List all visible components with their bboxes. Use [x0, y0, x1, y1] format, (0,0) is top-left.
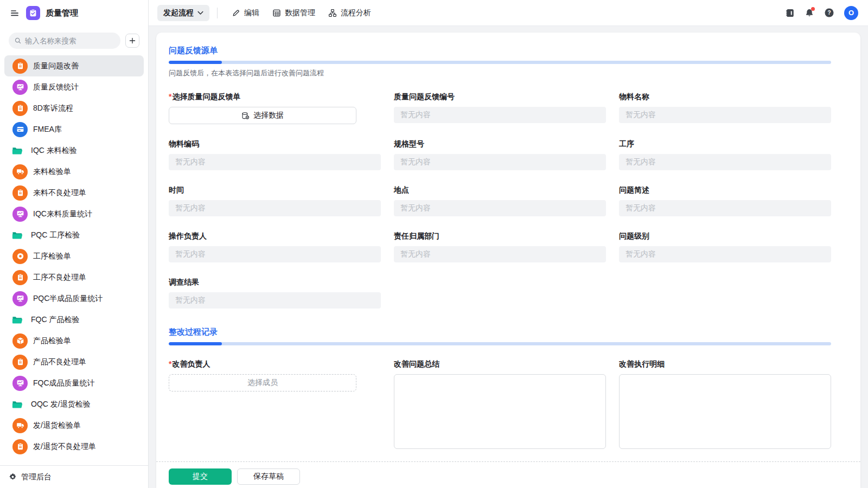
- form-field: 质量问题反馈编号暂无内容: [394, 91, 606, 124]
- sidebar-item[interactable]: 工序检验单: [4, 246, 144, 267]
- field-label: 工序: [619, 138, 831, 149]
- chevron-down-icon: [197, 11, 203, 15]
- notifications-bell-icon[interactable]: [805, 8, 814, 18]
- help-icon[interactable]: ?: [824, 8, 834, 18]
- sidebar-item-label: 质量问题改善: [33, 61, 79, 71]
- topbar-right: ? O: [785, 6, 858, 20]
- field-label: *选择质量问题反馈单: [169, 91, 381, 102]
- gear-icon: [9, 473, 17, 481]
- flowchart-icon: [328, 9, 337, 17]
- sidebar-item[interactable]: 工序不良处理单: [4, 267, 144, 288]
- form-field: 时间暂无内容: [169, 184, 381, 216]
- monitor-chart-icon: [12, 207, 28, 222]
- sidebar-item[interactable]: PQC半成品质量统计: [4, 288, 144, 309]
- submit-button[interactable]: 提交: [169, 468, 232, 485]
- edit-button[interactable]: 编辑: [225, 5, 266, 21]
- sidebar-item-label: FQC成品质量统计: [33, 378, 95, 388]
- monitor-chart-icon: [12, 376, 28, 391]
- field-label: 问题简述: [619, 184, 831, 195]
- journal-panel-icon[interactable]: [785, 8, 795, 18]
- readonly-input: 暂无内容: [169, 292, 381, 309]
- clipboard-icon: [12, 270, 28, 285]
- sidebar-item-label: IQC来料质量统计: [33, 209, 92, 219]
- folder-icon: [12, 231, 23, 240]
- form-field: *改善负责人选择成员: [169, 358, 381, 451]
- field-label: 操作负责人: [169, 230, 381, 241]
- search-icon: [14, 37, 22, 44]
- sidebar-item-label: 产品检验单: [33, 336, 71, 346]
- readonly-input: 暂无内容: [394, 154, 606, 170]
- field-label: 责任归属部门: [394, 230, 606, 241]
- pencil-icon: [232, 9, 240, 17]
- data-management-button[interactable]: 数据管理: [266, 5, 322, 21]
- folder-icon: [12, 400, 23, 409]
- main-area: 发起流程 编辑 数据管理: [149, 0, 868, 488]
- form-footer: 提交 保存草稿: [156, 461, 860, 488]
- form-field: 物料编码暂无内容: [169, 138, 381, 170]
- notification-badge: [811, 7, 815, 11]
- readonly-input: 暂无内容: [169, 154, 381, 170]
- flow-analysis-button[interactable]: 流程分析: [322, 5, 378, 21]
- sidebar-group[interactable]: OQC 发/退货检验: [4, 394, 144, 415]
- sidebar-item[interactable]: FMEA库: [4, 119, 144, 140]
- select-member-button[interactable]: 选择成员: [169, 374, 356, 391]
- sidebar-group[interactable]: IQC 来料检验: [4, 140, 144, 161]
- gear-donut-icon: [12, 249, 28, 264]
- textarea-input[interactable]: [394, 374, 606, 449]
- sidebar-item[interactable]: 产品检验单: [4, 330, 144, 351]
- field-label: 时间: [169, 184, 381, 195]
- user-avatar[interactable]: O: [844, 6, 858, 20]
- sidebar-item-label: 工序检验单: [33, 252, 71, 261]
- menu-toggle-icon[interactable]: [9, 7, 21, 19]
- sidebar-item[interactable]: 产品不良处理单: [4, 351, 144, 373]
- form-section: 问题反馈源单问题反馈后，在本表选择问题后进行改善问题流程*选择质量问题反馈单选择…: [169, 46, 831, 309]
- toolbar-divider: [217, 8, 218, 18]
- sidebar-item[interactable]: 来料不良处理单: [4, 182, 144, 203]
- form-card: 问题反馈源单问题反馈后，在本表选择问题后进行改善问题流程*选择质量问题反馈单选择…: [156, 33, 860, 488]
- clipboard-icon: [12, 59, 28, 74]
- form-field: 地点暂无内容: [394, 184, 606, 216]
- sidebar-group[interactable]: FQC 产品检验: [4, 309, 144, 330]
- search-input[interactable]: [9, 33, 120, 49]
- sidebar-item[interactable]: 发/退货检验单: [4, 415, 144, 436]
- sidebar: 质量管理 质量问题改善质量反馈统计8D客诉流程FMEA库IQC 来料检验来料检验…: [0, 0, 149, 488]
- field-label: 调查结果: [169, 277, 381, 287]
- sidebar-item[interactable]: 质量问题改善: [4, 55, 144, 76]
- form-field: 改善执行明细: [619, 358, 831, 451]
- sidebar-search-row: [0, 26, 148, 54]
- sidebar-item[interactable]: FQC成品质量统计: [4, 373, 144, 394]
- field-label: 物料名称: [619, 91, 831, 102]
- add-button[interactable]: [125, 34, 139, 48]
- sidebar-item[interactable]: 8D客诉流程: [4, 98, 144, 119]
- field-label: 改善执行明细: [619, 358, 831, 369]
- admin-backend-link[interactable]: 管理后台: [0, 465, 148, 488]
- readonly-input: 暂无内容: [394, 200, 606, 216]
- sidebar-item[interactable]: IQC来料质量统计: [4, 203, 144, 224]
- sidebar-item[interactable]: 来料检验单: [4, 161, 144, 182]
- select-data-button[interactable]: 选择数据: [169, 107, 356, 124]
- save-draft-button[interactable]: 保存草稿: [237, 468, 300, 485]
- sidebar-item[interactable]: 质量反馈统计: [4, 76, 144, 98]
- section-description: 问题反馈后，在本表选择问题后进行改善问题流程: [169, 68, 831, 78]
- sidebar-item-label: 发/退货不良处理单: [33, 442, 96, 452]
- table-icon: [272, 9, 281, 17]
- sidebar-item-label: PQC 工序检验: [31, 230, 80, 240]
- section-progress-bar: [169, 61, 831, 64]
- textarea-input[interactable]: [619, 374, 831, 449]
- section-title: 问题反馈源单: [169, 46, 831, 56]
- sidebar-item[interactable]: 发/退货不良处理单: [4, 436, 144, 457]
- sidebar-item-label: 来料检验单: [33, 167, 71, 177]
- start-flow-button[interactable]: 发起流程: [157, 5, 209, 21]
- form-field: 改善问题总结: [394, 358, 606, 451]
- section-progress-fill: [169, 342, 222, 345]
- svg-text:?: ?: [827, 10, 831, 16]
- search-field[interactable]: [25, 37, 115, 45]
- field-grid: *选择质量问题反馈单选择数据质量问题反馈编号暂无内容物料名称暂无内容物料编码暂无…: [169, 91, 831, 309]
- topbar-left: 发起流程 编辑 数据管理: [157, 5, 378, 21]
- package-icon: [12, 333, 28, 349]
- monitor-chart-icon: [12, 291, 28, 306]
- section-progress-bar: [169, 342, 831, 345]
- required-asterisk: *: [169, 358, 171, 369]
- sidebar-group[interactable]: PQC 工序检验: [4, 224, 144, 246]
- plus-icon: [129, 37, 136, 44]
